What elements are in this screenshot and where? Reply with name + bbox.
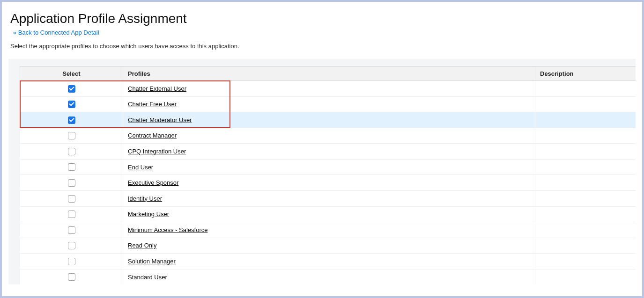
description-cell	[535, 81, 636, 97]
select-cell	[20, 206, 123, 222]
profile-link[interactable]: Read Only	[128, 242, 156, 249]
description-cell	[535, 112, 636, 128]
description-cell	[535, 159, 636, 175]
header-select: Select	[20, 67, 123, 81]
select-cell	[20, 81, 123, 97]
table-row: Identity User	[20, 190, 636, 206]
profile-cell: End User	[123, 159, 535, 175]
description-cell	[535, 96, 636, 112]
page-title: Application Profile Assignment	[10, 11, 636, 26]
profile-checkbox[interactable]	[68, 163, 75, 171]
profile-link[interactable]: Solution Manager	[128, 258, 176, 265]
profile-cell: Minimum Access - Salesforce	[123, 222, 535, 238]
table-row: End User	[20, 159, 636, 175]
profile-checkbox[interactable]	[68, 273, 75, 281]
profile-link[interactable]: End User	[128, 164, 153, 171]
header-description: Description	[535, 67, 636, 81]
select-cell	[20, 238, 123, 254]
table-row: CPQ Integration User	[20, 144, 636, 160]
profile-checkbox[interactable]	[68, 179, 75, 187]
instruction-text: Select the appropriate profiles to choos…	[10, 43, 636, 50]
select-cell	[20, 254, 123, 269]
select-cell	[20, 269, 123, 284]
select-cell	[20, 222, 123, 238]
select-cell	[20, 128, 123, 144]
profile-checkbox[interactable]	[68, 116, 75, 124]
table-header-row: Select Profiles Description	[20, 67, 636, 81]
profile-link[interactable]: CPQ Integration User	[128, 148, 186, 155]
profile-link[interactable]: Standard User	[128, 274, 167, 281]
table-row: Chatter Free User	[20, 96, 636, 112]
profile-checkbox[interactable]	[68, 211, 75, 218]
page-container: Application Profile Assignment « Back to…	[2, 2, 642, 296]
profile-cell: Identity User	[123, 190, 535, 206]
profile-link[interactable]: Identity User	[128, 195, 162, 202]
description-cell	[535, 190, 636, 206]
header-profiles: Profiles	[123, 67, 535, 81]
profile-cell: Contract Manager	[123, 128, 535, 144]
table-row: Chatter External User	[20, 81, 636, 97]
profile-checkbox[interactable]	[68, 242, 75, 249]
profile-cell: Executive Sponsor	[123, 175, 535, 191]
profile-cell: Chatter External User	[123, 81, 535, 97]
profile-cell: Read Only	[123, 238, 535, 254]
select-cell	[20, 175, 123, 191]
profile-cell: Standard User	[123, 269, 535, 284]
table-row: Read Only	[20, 238, 636, 254]
table-body: Chatter External UserChatter Free UserCh…	[20, 81, 636, 285]
profile-link[interactable]: Chatter Free User	[128, 101, 177, 108]
description-cell	[535, 254, 636, 269]
select-cell	[20, 190, 123, 206]
table-row: Chatter Moderator User	[20, 112, 636, 128]
table-row: Minimum Access - Salesforce	[20, 222, 636, 238]
select-cell	[20, 144, 123, 160]
profile-link[interactable]: Chatter External User	[128, 85, 186, 92]
profile-link[interactable]: Chatter Moderator User	[128, 116, 192, 124]
profile-cell: Marketing User	[123, 206, 535, 222]
profile-link[interactable]: Minimum Access - Salesforce	[128, 226, 208, 233]
table-row: Standard User	[20, 269, 636, 284]
table-row: Contract Manager	[20, 128, 636, 144]
description-cell	[535, 175, 636, 191]
profile-checkbox[interactable]	[68, 148, 75, 155]
description-cell	[535, 269, 636, 284]
profile-checkbox[interactable]	[68, 226, 75, 234]
profile-cell: CPQ Integration User	[123, 144, 535, 160]
back-link[interactable]: « Back to Connected App Detail	[13, 29, 99, 36]
profile-cell: Solution Manager	[123, 254, 535, 269]
description-cell	[535, 128, 636, 144]
profile-checkbox[interactable]	[68, 195, 75, 203]
select-cell	[20, 96, 123, 112]
profile-checkbox[interactable]	[68, 258, 75, 265]
profile-cell: Chatter Free User	[123, 96, 535, 112]
profile-link[interactable]: Marketing User	[128, 211, 169, 218]
profile-checkbox[interactable]	[68, 85, 75, 93]
description-cell	[535, 206, 636, 222]
table-row: Solution Manager	[20, 254, 636, 269]
profile-link[interactable]: Executive Sponsor	[128, 179, 178, 186]
select-cell	[20, 112, 123, 128]
profile-checkbox[interactable]	[68, 101, 75, 108]
table-row: Executive Sponsor	[20, 175, 636, 191]
table-wrap: Select Profiles Description Chatter Exte…	[20, 66, 636, 284]
profile-cell: Chatter Moderator User	[123, 112, 535, 128]
select-cell	[20, 159, 123, 175]
description-cell	[535, 144, 636, 160]
profile-checkbox[interactable]	[68, 132, 75, 139]
profiles-table: Select Profiles Description Chatter Exte…	[20, 66, 636, 284]
description-cell	[535, 238, 636, 254]
panel: Select Profiles Description Chatter Exte…	[8, 59, 636, 284]
description-cell	[535, 222, 636, 238]
table-row: Marketing User	[20, 206, 636, 222]
profile-link[interactable]: Contract Manager	[128, 132, 177, 139]
